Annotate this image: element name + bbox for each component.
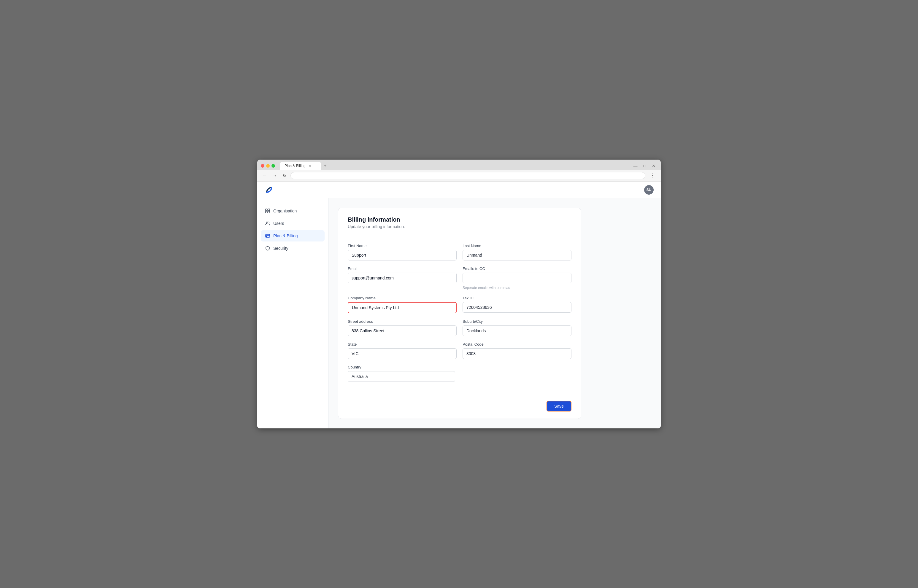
state-row: State Postal Code [348, 342, 571, 359]
app-header: SU [257, 182, 661, 198]
svg-rect-1 [268, 209, 270, 211]
sidebar-item-organisation[interactable]: Organisation [261, 205, 325, 216]
postal-code-group: Postal Code [462, 342, 571, 359]
main-content: Billing information Update your billing … [328, 198, 661, 428]
logo-icon [264, 185, 274, 195]
country-group: Country [348, 365, 455, 382]
sidebar-item-users[interactable]: Users [261, 218, 325, 229]
save-button[interactable]: Save [546, 401, 571, 412]
browser-window: Plan & Billing × + — □ ✕ ← → ↻ ⋮ SU [257, 160, 661, 428]
back-button[interactable]: ← [261, 172, 268, 179]
last-name-group: Last Name [462, 244, 571, 260]
minimize-window-button[interactable] [266, 164, 270, 168]
window-controls [261, 164, 275, 168]
first-name-label: First Name [348, 244, 457, 248]
billing-form: First Name Last Name Email [338, 235, 581, 396]
security-icon [265, 246, 270, 251]
state-input[interactable] [348, 348, 457, 359]
forward-button[interactable]: → [271, 172, 279, 179]
tax-id-label: Tax ID [462, 296, 571, 300]
organisation-icon [265, 208, 270, 213]
sidebar-item-users-label: Users [273, 221, 284, 226]
emails-cc-label: Emails to CC [462, 267, 571, 271]
country-input[interactable] [348, 371, 455, 382]
billing-card: Billing information Update your billing … [338, 208, 581, 419]
suburb-city-group: Suburb/City [462, 319, 571, 336]
sidebar: Organisation Users [257, 198, 328, 428]
refresh-button[interactable]: ↻ [281, 172, 288, 179]
first-name-input[interactable] [348, 250, 457, 260]
postal-code-input[interactable] [462, 348, 571, 359]
minimize-button[interactable]: — [632, 162, 639, 170]
sidebar-item-plan-billing-label: Plan & Billing [273, 233, 298, 238]
street-address-label: Street address [348, 319, 457, 324]
suburb-city-input[interactable] [462, 325, 571, 336]
svg-rect-8 [266, 236, 267, 237]
company-name-label: Company Name [348, 296, 457, 300]
tax-id-group: Tax ID [462, 296, 571, 313]
svg-rect-3 [268, 211, 270, 213]
app-container: SU Organisation [257, 182, 661, 428]
browser-titlebar: Plan & Billing × + — □ ✕ [257, 160, 661, 170]
users-icon [265, 221, 270, 226]
svg-point-5 [268, 222, 269, 223]
sidebar-item-organisation-label: Organisation [273, 208, 297, 213]
address-row: Street address Suburb/City [348, 319, 571, 336]
company-name-input[interactable] [348, 302, 457, 313]
country-label: Country [348, 365, 455, 369]
tab-close-button[interactable]: × [308, 164, 312, 168]
state-group: State [348, 342, 457, 359]
close-window-button[interactable] [261, 164, 264, 168]
svg-rect-0 [265, 209, 267, 211]
email-input[interactable] [348, 273, 457, 283]
plan-billing-icon [265, 233, 270, 239]
country-row: Country [348, 365, 455, 382]
emails-cc-helper: Seperate emails with commas [462, 286, 571, 290]
user-avatar[interactable]: SU [644, 185, 654, 195]
browser-toolbar: ← → ↻ ⋮ [257, 170, 661, 182]
last-name-input[interactable] [462, 250, 571, 260]
restore-button[interactable]: □ [642, 162, 648, 170]
email-group: Email [348, 267, 457, 290]
svg-point-4 [267, 222, 268, 223]
billing-subtitle: Update your billing information. [348, 224, 571, 229]
svg-rect-6 [265, 234, 270, 237]
svg-rect-2 [265, 211, 267, 213]
maximize-window-button[interactable] [272, 164, 275, 168]
state-label: State [348, 342, 457, 347]
browser-tab[interactable]: Plan & Billing × [280, 162, 321, 170]
sidebar-item-security[interactable]: Security [261, 243, 325, 254]
last-name-label: Last Name [462, 244, 571, 248]
billing-header: Billing information Update your billing … [338, 208, 581, 235]
street-address-input[interactable] [348, 325, 457, 336]
email-label: Email [348, 267, 457, 271]
emails-cc-group: Emails to CC Seperate emails with commas [462, 267, 571, 290]
sidebar-item-security-label: Security [273, 246, 288, 251]
street-address-group: Street address [348, 319, 457, 336]
first-name-group: First Name [348, 244, 457, 260]
suburb-city-label: Suburb/City [462, 319, 571, 324]
company-name-group: Company Name [348, 296, 457, 313]
sidebar-item-plan-billing[interactable]: Plan & Billing [261, 230, 325, 241]
postal-code-label: Postal Code [462, 342, 571, 347]
company-row: Company Name Tax ID [348, 296, 571, 313]
name-row: First Name Last Name [348, 244, 571, 260]
email-row: Email Emails to CC Seperate emails with … [348, 267, 571, 290]
billing-footer: Save [338, 396, 581, 418]
new-tab-button[interactable]: + [321, 162, 329, 170]
billing-title: Billing information [348, 216, 571, 223]
emails-cc-input[interactable] [462, 273, 571, 283]
app-body: Organisation Users [257, 198, 661, 428]
tab-bar: Plan & Billing × + [280, 162, 629, 170]
browser-menu-button[interactable]: ⋮ [648, 171, 657, 179]
app-logo [264, 185, 274, 195]
tab-label: Plan & Billing [284, 164, 305, 168]
close-button[interactable]: ✕ [650, 162, 657, 170]
address-bar[interactable] [291, 172, 645, 179]
tax-id-input[interactable] [462, 302, 571, 313]
